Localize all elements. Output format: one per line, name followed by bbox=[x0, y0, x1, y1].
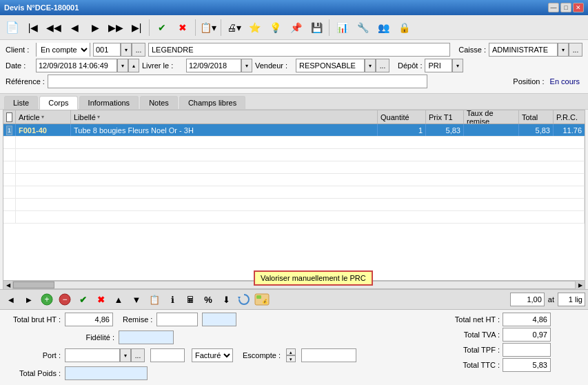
tb-last-button[interactable]: ▶| bbox=[127, 18, 146, 37]
escompte-up[interactable]: ▴ bbox=[286, 348, 296, 355]
caisse-dots[interactable]: ... bbox=[569, 43, 582, 57]
tab-informations[interactable]: Informations bbox=[79, 96, 139, 109]
table-row[interactable]: 1 F001-40 Tube 8 bougies Fleurs Noel Or … bbox=[3, 124, 585, 137]
date-arrow2[interactable]: ▴ bbox=[128, 59, 139, 72]
total-poids-label: Total Poids : bbox=[6, 369, 61, 377]
tab-notes[interactable]: Notes bbox=[140, 96, 178, 109]
tab-liste[interactable]: Liste bbox=[4, 96, 38, 109]
bt-down-btn[interactable]: ▼ bbox=[128, 291, 145, 308]
table-row[interactable] bbox=[3, 199, 585, 211]
client-type-select[interactable]: En compte bbox=[37, 43, 90, 57]
tb-pin-button[interactable]: 📌 bbox=[286, 18, 305, 37]
tb-prev-fast-button[interactable]: ◀◀ bbox=[44, 18, 63, 37]
header-check[interactable] bbox=[3, 110, 16, 124]
livrer-label: Livrer le : bbox=[142, 61, 183, 70]
tb-validate-button[interactable]: ✔ bbox=[152, 18, 172, 37]
tb-prev-button[interactable]: ◀ bbox=[65, 18, 84, 37]
header-prixt1[interactable]: Prix T1 bbox=[426, 110, 464, 124]
table-row[interactable] bbox=[3, 211, 585, 224]
bt-arrow-down-btn[interactable]: ⬇ bbox=[218, 291, 234, 308]
tb-menu-button[interactable]: 📋▾ bbox=[199, 18, 218, 37]
remise-extra bbox=[202, 313, 236, 326]
total-brut-value: 4,86 bbox=[65, 313, 113, 326]
header-checkbox[interactable] bbox=[6, 112, 12, 122]
bt-percent-btn[interactable]: % bbox=[200, 291, 216, 308]
client-code-dots[interactable]: ... bbox=[132, 43, 145, 57]
maximize-button[interactable]: □ bbox=[560, 3, 571, 12]
reference-input[interactable] bbox=[48, 75, 427, 88]
scroll-thumb[interactable] bbox=[13, 282, 54, 288]
svg-text:+: + bbox=[44, 295, 49, 304]
header-libelle[interactable]: Libellé▾ bbox=[71, 110, 378, 124]
tb-save-button[interactable]: 💾 bbox=[307, 18, 326, 37]
tb-cancel-button[interactable]: ✖ bbox=[173, 18, 192, 37]
footer-row-poids: Total Poids : bbox=[6, 366, 445, 380]
close-button[interactable]: ✕ bbox=[573, 3, 584, 12]
cell-article: F001-40 bbox=[16, 124, 71, 136]
caisse-arrow[interactable]: ▾ bbox=[558, 43, 569, 57]
header-article[interactable]: Article▾ bbox=[16, 110, 71, 124]
port-dots[interactable]: ... bbox=[131, 348, 145, 362]
scroll-right-btn[interactable]: ▶ bbox=[575, 281, 585, 289]
cell-empty bbox=[3, 174, 16, 186]
bt-copy-btn[interactable]: 📋 bbox=[146, 291, 163, 308]
client-code-input[interactable] bbox=[93, 43, 121, 57]
header-remise[interactable]: Taux de remise bbox=[464, 110, 519, 124]
bt-next-btn[interactable]: ▶ bbox=[21, 291, 37, 308]
tb-new-button[interactable]: 📄 bbox=[3, 18, 22, 37]
bt-up-btn[interactable]: ▲ bbox=[110, 291, 127, 308]
bt-validate-btn[interactable]: ✔ bbox=[74, 291, 91, 308]
bt-add-green-btn[interactable]: + bbox=[39, 291, 55, 308]
scroll-left-btn[interactable]: ◀ bbox=[3, 281, 13, 289]
bt-info-btn[interactable]: ℹ bbox=[164, 291, 181, 308]
cell-quantite: 1 bbox=[378, 124, 426, 136]
total-ttc-label: Total TTC : bbox=[445, 361, 500, 369]
escompte-down[interactable]: ▾ bbox=[286, 355, 296, 362]
port-select[interactable] bbox=[65, 348, 120, 362]
tb-settings-button[interactable]: 🔧 bbox=[353, 18, 372, 37]
depot-arrow[interactable]: ▾ bbox=[452, 59, 463, 72]
header-prc[interactable]: P.R.C. bbox=[554, 110, 585, 124]
total-poids-value bbox=[65, 366, 148, 380]
tb-next-button[interactable]: ▶ bbox=[85, 18, 105, 37]
main-toolbar: 📄 |◀ ◀◀ ◀ ▶ ▶▶ ▶| ✔ ✖ 📋▾ 🖨▾ ⭐ 💡 📌 💾 📊 🔧 … bbox=[0, 15, 588, 40]
tb-bulb-button[interactable]: 💡 bbox=[265, 18, 285, 37]
tb-users-button[interactable]: 👥 bbox=[374, 18, 393, 37]
bt-prev-btn[interactable]: ◀ bbox=[3, 291, 19, 308]
tab-corps[interactable]: Corps bbox=[39, 96, 77, 110]
livrer-arrow[interactable]: ▾ bbox=[241, 59, 252, 72]
quantity-field[interactable]: 1,00 bbox=[510, 293, 545, 306]
tb-stats-button[interactable]: 📊 bbox=[332, 18, 352, 37]
bt-remove-red-btn[interactable]: − bbox=[57, 291, 73, 308]
tb-print-button[interactable]: 🖨▾ bbox=[224, 18, 243, 37]
vendeur-arrow[interactable]: ▾ bbox=[365, 59, 376, 72]
tb-star-button[interactable]: ⭐ bbox=[245, 18, 264, 37]
bt-refresh-btn[interactable] bbox=[236, 291, 252, 308]
bt-calc-btn[interactable]: 🖩 bbox=[182, 291, 199, 308]
remise-input[interactable] bbox=[156, 313, 198, 326]
table-row[interactable] bbox=[3, 137, 585, 149]
total-net-ht-value: 4,86 bbox=[503, 313, 551, 326]
vendeur-dots[interactable]: ... bbox=[376, 59, 389, 72]
table-row[interactable] bbox=[3, 174, 585, 186]
bt-prc-btn[interactable]: 💰 bbox=[254, 291, 270, 308]
facture-select[interactable]: Facturé bbox=[192, 348, 233, 362]
table-row[interactable] bbox=[3, 161, 585, 174]
table-row[interactable] bbox=[3, 186, 585, 199]
tab-champs-libres[interactable]: Champs libres bbox=[179, 96, 245, 109]
date-arrow1[interactable]: ▾ bbox=[117, 59, 128, 72]
tb-first-button[interactable]: |◀ bbox=[23, 18, 43, 37]
client-code-arrow[interactable]: ▾ bbox=[121, 43, 132, 57]
port-arrow[interactable]: ▾ bbox=[120, 348, 131, 362]
bt-cancel-btn[interactable]: ✖ bbox=[92, 291, 109, 308]
tb-lock-button[interactable]: 🔒 bbox=[394, 18, 414, 37]
caisse-value: ADMINISTRATE bbox=[489, 43, 558, 57]
table-row[interactable] bbox=[3, 149, 585, 161]
header-quantite[interactable]: Quantité bbox=[378, 110, 426, 124]
livrer-input[interactable] bbox=[186, 59, 241, 72]
date-input[interactable] bbox=[36, 59, 117, 72]
position-label: Position : bbox=[513, 77, 544, 86]
header-total[interactable]: Total bbox=[519, 110, 554, 124]
minimize-button[interactable]: — bbox=[548, 3, 559, 12]
tb-next-fast-button[interactable]: ▶▶ bbox=[106, 18, 125, 37]
